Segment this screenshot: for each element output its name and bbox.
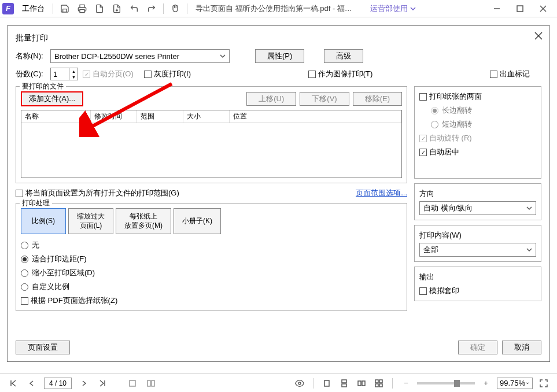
choose-paper-checkbox[interactable]: 根据 PDF页面选择纸张(Z) xyxy=(21,295,402,306)
grayscale-checkbox[interactable]: 灰度打印(I) xyxy=(144,69,191,79)
output-label: 输出 xyxy=(419,272,536,282)
print-content-group: 打印内容(W) 全部 xyxy=(414,225,541,262)
svg-rect-2 xyxy=(517,6,523,12)
advanced-button[interactable]: 高级 xyxy=(324,49,363,63)
as-image-checkbox[interactable]: 作为图像打印(T) xyxy=(308,69,373,79)
workspace-label[interactable]: 工作台 xyxy=(17,1,49,16)
svg-rect-13 xyxy=(152,380,154,386)
paper-sides-group: 打印纸张的两面 长边翻转 短边翻转 自动旋转 (R) 自动居中 xyxy=(414,86,541,179)
zoom-in-icon[interactable]: + xyxy=(479,377,492,390)
svg-rect-22 xyxy=(375,384,378,387)
page-setup-button[interactable]: 页面设置 xyxy=(16,341,70,354)
svg-rect-12 xyxy=(147,380,150,386)
ok-button[interactable]: 确定 xyxy=(458,341,497,354)
radio-custom[interactable]: 自定义比例 xyxy=(21,282,402,292)
radio-none[interactable]: 无 xyxy=(21,240,402,250)
close-icon[interactable] xyxy=(532,1,555,17)
save-icon[interactable] xyxy=(57,1,73,17)
titlebar: F 工作台 导出页面自 福昕办公使用指南第一稿.pdf - 福昕办... 运营部… xyxy=(0,0,557,17)
range-options-link[interactable]: 页面范围选项... xyxy=(356,188,407,198)
layout-icon-1[interactable] xyxy=(126,377,139,390)
th-size[interactable]: 大小 xyxy=(183,110,230,123)
page-export-icon[interactable] xyxy=(109,1,125,17)
th-range[interactable]: 范围 xyxy=(137,110,183,123)
auto-center-checkbox[interactable]: 自动居中 xyxy=(419,147,536,157)
separator xyxy=(313,378,313,389)
chevron-down-icon xyxy=(220,53,226,59)
print-icon[interactable] xyxy=(74,1,90,17)
view-facing-icon[interactable] xyxy=(355,377,368,390)
move-down-button[interactable]: 下移(V) xyxy=(300,92,349,106)
copies-label: 份数(C): xyxy=(16,69,46,79)
batch-print-dialog: 批量打印 名称(N): Brother DCP-L2550DW series P… xyxy=(7,25,550,362)
separator xyxy=(392,378,393,389)
zoom-out-icon[interactable]: − xyxy=(400,377,412,390)
page-add-icon[interactable] xyxy=(91,1,108,17)
orientation-select[interactable]: 自动 横向/纵向 xyxy=(419,201,536,215)
th-mtime[interactable]: 修改时间 xyxy=(91,110,137,123)
prev-page-icon[interactable] xyxy=(25,377,38,390)
radio-fit[interactable]: 适合打印边距(F) xyxy=(21,254,402,264)
separator xyxy=(187,3,187,14)
redo-icon[interactable] xyxy=(143,1,160,17)
dialog-title: 批量打印 xyxy=(16,33,541,43)
cancel-button[interactable]: 取消 xyxy=(502,341,541,354)
svg-rect-17 xyxy=(342,384,346,387)
svg-rect-23 xyxy=(379,384,382,387)
zoom-value[interactable]: 99.75% xyxy=(497,378,533,389)
svg-rect-11 xyxy=(130,380,135,386)
view-single-icon[interactable] xyxy=(320,377,333,390)
long-edge-radio: 长边翻转 xyxy=(431,105,536,116)
th-pos[interactable]: 位置 xyxy=(230,110,401,123)
first-page-icon[interactable] xyxy=(7,377,20,390)
maximize-icon[interactable] xyxy=(508,1,532,17)
minimize-icon[interactable] xyxy=(485,1,508,17)
orientation-label: 方向 xyxy=(419,188,536,199)
layout-icon-2[interactable] xyxy=(145,377,157,390)
simulate-overprint-checkbox[interactable]: 模拟套印 xyxy=(419,286,536,296)
svg-rect-15 xyxy=(324,380,329,386)
hand-icon[interactable] xyxy=(167,1,183,17)
share-dropdown[interactable]: 运营部使用 xyxy=(370,3,416,14)
printer-name-label: 名称(N): xyxy=(16,51,46,61)
dialog-close-icon[interactable] xyxy=(533,31,544,41)
move-up-button[interactable]: 上移(U) xyxy=(246,92,296,106)
next-page-icon[interactable] xyxy=(78,377,90,390)
statusbar: − + 99.75% xyxy=(0,373,557,392)
handling-group-label: 打印处理 xyxy=(20,198,52,208)
last-page-icon[interactable] xyxy=(96,377,109,390)
tab-scale[interactable]: 比例(S) xyxy=(21,208,66,234)
svg-rect-20 xyxy=(375,380,378,383)
view-continuous-icon[interactable] xyxy=(338,377,351,390)
content-select[interactable]: 全部 xyxy=(419,243,536,257)
chevron-down-icon xyxy=(526,247,532,253)
copies-input[interactable]: 1 ▲▼ xyxy=(50,68,78,80)
print-handling-group: 打印处理 比例(S) 缩放过大 页面(L) 每张纸上 放置多页(M) 小册子(K… xyxy=(16,203,407,311)
zoom-slider[interactable] xyxy=(417,382,475,384)
radio-shrink[interactable]: 缩小至打印区域(D) xyxy=(21,268,402,278)
tab-booklet[interactable]: 小册子(K) xyxy=(174,208,221,234)
page-input[interactable] xyxy=(44,378,72,389)
th-name[interactable]: 名称 xyxy=(21,110,91,123)
properties-button[interactable]: 属性(P) xyxy=(255,49,304,63)
apply-range-checkbox[interactable]: 将当前页面设置为所有打开文件的打印范围(G) xyxy=(16,188,179,198)
svg-rect-16 xyxy=(342,380,346,383)
printer-select[interactable]: Brother DCP-L2550DW series Printer xyxy=(50,49,230,63)
auto-rotate-checkbox: 自动旋转 (R) xyxy=(419,133,536,143)
add-file-button[interactable]: 添加文件(A)... xyxy=(21,91,83,106)
view-facing-cont-icon[interactable] xyxy=(372,377,385,390)
svg-rect-0 xyxy=(80,9,84,12)
undo-icon[interactable] xyxy=(126,1,142,17)
tab-multi[interactable]: 每张纸上 放置多页(M) xyxy=(116,208,171,234)
bleed-checkbox[interactable]: 出血标记 xyxy=(490,69,530,79)
svg-point-14 xyxy=(298,382,301,384)
output-group: 输出 模拟套印 xyxy=(414,267,541,301)
svg-rect-18 xyxy=(358,381,361,386)
tab-enlarge[interactable]: 缩放过大 页面(L) xyxy=(68,208,113,234)
remove-button[interactable]: 移除(E) xyxy=(353,92,402,106)
files-group-label: 要打印的文件 xyxy=(20,82,66,91)
eye-icon[interactable] xyxy=(293,377,306,390)
files-group: 要打印的文件 添加文件(A)... 上移(U) 下移(V) 移除(E) 名称 修… xyxy=(16,86,407,183)
fullscreen-icon[interactable] xyxy=(537,377,550,390)
both-sides-checkbox[interactable]: 打印纸张的两面 xyxy=(419,91,536,102)
